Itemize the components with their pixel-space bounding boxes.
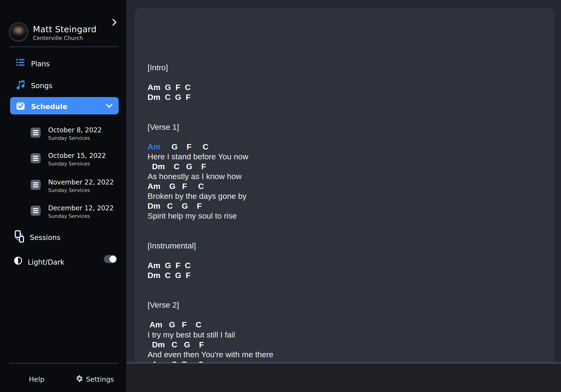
song-content: [Intro] Am G F CDm C G F [Verse 1] Am G … (148, 63, 273, 369)
song-line-blank (148, 250, 273, 260)
song-line-blank (148, 290, 273, 300)
schedule-item-subtitle: Sunday Services (48, 135, 90, 141)
sidebar-divider-bottom (9, 363, 118, 364)
song-line-chords: Am G F C (148, 181, 273, 191)
theme-toggle[interactable] (104, 255, 117, 263)
gear-icon[interactable] (75, 375, 83, 383)
sidebar-item-schedule[interactable]: Schedule (10, 97, 119, 114)
song-line-lyric: Here I stand before You now (148, 152, 273, 162)
chord-segment: Dm C G F (148, 271, 191, 280)
chord-segment: Dm C G F (148, 340, 204, 349)
song-line-blank (148, 231, 273, 241)
settings-button[interactable]: Settings (86, 375, 114, 383)
song-line-lyric: As honestly as I know how (148, 171, 273, 181)
chevron-down-icon (106, 103, 113, 109)
chevron-right-icon (112, 18, 117, 26)
song-line-blank (148, 72, 273, 82)
chord-segment: Dm C G F (148, 93, 191, 101)
bottom-bar (126, 363, 561, 392)
schedule-item-subtitle: Sunday Services (48, 187, 90, 193)
schedule-item-date: October 8, 2022 (48, 126, 102, 134)
chord-segment: Am G F C (148, 261, 191, 270)
schedule-item-date: November 22, 2022 (48, 178, 114, 186)
song-line-chords: Am G F C (148, 82, 273, 92)
schedule-item[interactable]: November 22, 2022Sunday Services (0, 180, 126, 201)
sidebar-item-label: Sessions (30, 233, 60, 242)
music-note-icon (15, 79, 25, 90)
sessions-icon (13, 230, 25, 243)
song-line-lyric: And even then You're with me there (148, 349, 273, 359)
chord-segment-highlighted: Am (148, 142, 161, 151)
song-line-blank (148, 280, 273, 290)
song-line-blank (148, 112, 273, 122)
document-lines-icon (31, 128, 41, 138)
song-line-chords: Dm C G F (148, 201, 273, 211)
song-line-chords: Dm C G F (148, 270, 273, 280)
chord-chart-card: [Intro] Am G F CDm C G F [Verse 1] Am G … (135, 8, 555, 392)
sidebar-item-songs[interactable]: Songs (0, 78, 126, 91)
main-area: [Intro] Am G F CDm C G F [Verse 1] Am G … (126, 0, 561, 392)
profile-button[interactable]: Matt Steingard Centerville Church (0, 9, 126, 35)
list-icon (16, 58, 25, 67)
sidebar: Matt Steingard Centerville Church Plans … (0, 0, 126, 392)
song-line-chords: Dm C G F (148, 162, 273, 171)
song-line-lyric: Broken by the days gone by (148, 191, 273, 201)
song-line-section: [Verse 2] (148, 300, 273, 310)
song-line-blank (148, 221, 273, 231)
schedule-item-date: October 15, 2022 (48, 152, 106, 160)
calendar-check-icon (16, 101, 25, 110)
sidebar-item-plans[interactable]: Plans (0, 56, 126, 70)
song-line-section: [Intro] (148, 63, 273, 72)
schedule-item-date: December 12, 2022 (48, 204, 114, 212)
profile-org: Centerville Church (33, 35, 83, 41)
song-line-blank (148, 310, 273, 320)
song-line-lyric: I try my best but still I fail (148, 330, 273, 340)
chord-segment: Dm C G F (148, 201, 202, 210)
avatar (9, 22, 28, 42)
document-lines-icon (31, 206, 41, 216)
profile-name: Matt Steingard (33, 24, 97, 34)
song-line-section: [Instrumental] (148, 241, 273, 250)
document-lines-icon (31, 180, 41, 190)
song-line-lyric: Spirit help my soul to rise (148, 211, 273, 221)
schedule-item-subtitle: Sunday Services (48, 161, 90, 167)
schedule-item[interactable]: December 12, 2022Sunday Services (0, 206, 126, 227)
song-line-chords: Am G F C (148, 142, 273, 152)
song-line-chords: Am G F C (148, 320, 273, 329)
schedule-item[interactable]: October 8, 2022Sunday Services (0, 128, 126, 149)
sidebar-item-label: Schedule (31, 102, 67, 111)
song-line-blank (148, 132, 273, 142)
chord-segment: Am G F C (148, 320, 201, 329)
sidebar-divider-top (9, 46, 118, 47)
song-line-blank (148, 102, 273, 112)
sidebar-item-label: Plans (31, 60, 50, 68)
song-line-chords: Am G F C (148, 260, 273, 270)
contrast-icon (14, 256, 22, 265)
toggle-knob (109, 256, 116, 262)
chord-segment: Dm C G F (148, 162, 206, 171)
song-line-chords: Dm C G F (148, 340, 273, 349)
theme-label: Light/Dark (28, 258, 64, 266)
document-lines-icon (31, 153, 41, 163)
song-line-section: [Verse 1] (148, 122, 273, 132)
chord-segment: Am G F C (148, 83, 191, 92)
chord-segment: G F C (161, 142, 208, 151)
sidebar-item-label: Songs (31, 82, 52, 90)
schedule-item-subtitle: Sunday Services (48, 213, 90, 219)
help-button[interactable]: Help (29, 375, 44, 383)
schedule-item[interactable]: October 15, 2022Sunday Services (0, 153, 126, 175)
sidebar-item-sessions[interactable]: Sessions (0, 229, 126, 244)
chord-segment: Am G F C (148, 182, 204, 191)
song-line-chords: Dm C G F (148, 92, 273, 102)
